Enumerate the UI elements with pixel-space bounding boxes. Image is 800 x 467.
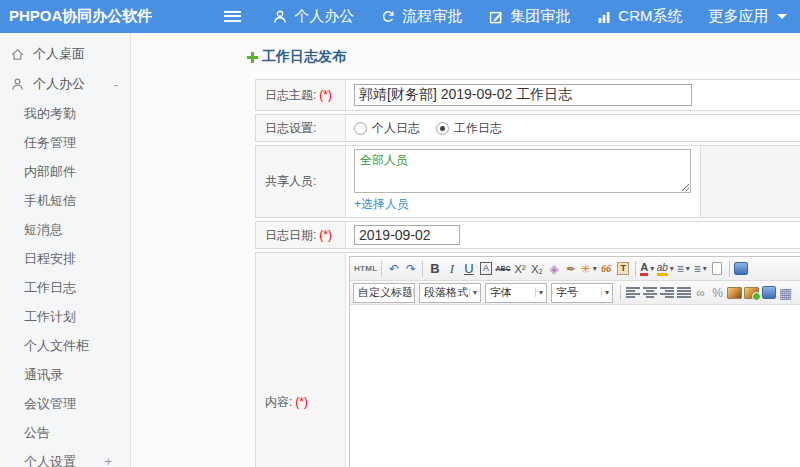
font-color-icon-glyph: A	[640, 262, 648, 276]
user-icon	[272, 9, 288, 25]
collapse-icon[interactable]: -	[114, 77, 118, 92]
toolbar-separator	[620, 285, 621, 301]
nav-item-personal-office[interactable]: 个人办公	[259, 0, 367, 33]
justify-center-icon-glyph	[643, 287, 657, 298]
sidebar-item[interactable]: 内部邮件	[24, 157, 118, 186]
justify-right-icon-glyph	[660, 287, 674, 298]
format-painter-icon-glyph: ✒	[566, 262, 576, 276]
radio-checked-icon[interactable]	[436, 122, 449, 135]
ordered-list-icon-glyph: ≡	[677, 262, 684, 276]
table-icon[interactable]: ▦	[777, 283, 794, 303]
undo-icon[interactable]: ↶	[385, 259, 402, 279]
justify-left-icon[interactable]	[624, 283, 641, 303]
dropdown-caret-icon[interactable]: ▾	[535, 288, 546, 297]
font-family-select[interactable]: 字体▾	[485, 283, 547, 303]
superscript-icon[interactable]: X²	[512, 259, 529, 279]
justify-full-icon[interactable]	[675, 283, 692, 303]
hamburger-menu-icon[interactable]	[224, 11, 241, 23]
sidebar-item-label: 工作计划	[24, 302, 76, 331]
auto-typeset-icon[interactable]: ✳▾	[580, 259, 598, 279]
sidebar-item-label: 日程安排	[24, 244, 76, 273]
image-icon[interactable]	[726, 283, 743, 303]
radio-unchecked-icon[interactable]	[354, 122, 367, 135]
font-frame-icon[interactable]: A	[477, 259, 494, 279]
bold-icon-glyph: B	[430, 261, 439, 276]
dropdown-caret-icon[interactable]: ▾	[686, 264, 690, 273]
editor-content-area[interactable]	[350, 305, 800, 467]
strikethrough-icon[interactable]: ABC	[494, 259, 511, 279]
dropdown-caret-icon[interactable]: ▾	[593, 264, 597, 273]
dropdown-caret-icon[interactable]: ▾	[413, 288, 415, 297]
justify-center-icon[interactable]	[641, 283, 658, 303]
underline-icon[interactable]: U	[460, 259, 477, 279]
sidebar-item[interactable]: 任务管理	[24, 128, 118, 157]
source-button[interactable]: HTML	[353, 259, 378, 279]
log-type-option[interactable]: 工作日志	[436, 120, 502, 137]
nav-item-process-approval[interactable]: 流程审批	[367, 0, 475, 33]
unordered-list-icon[interactable]: ≡▾	[692, 259, 709, 279]
sidebar-item[interactable]: 工作计划	[24, 302, 118, 331]
log-date-input[interactable]	[354, 225, 460, 245]
home-icon	[10, 47, 25, 62]
select-value: 字体	[490, 285, 512, 300]
sidebar-item[interactable]: 个人文件柜	[24, 331, 118, 360]
expand-icon[interactable]: +	[104, 447, 118, 467]
dropdown-caret-icon[interactable]: ▾	[601, 288, 612, 297]
sidebar-item[interactable]: 通讯录	[24, 360, 118, 389]
log-type-option[interactable]: 个人日志	[354, 120, 420, 137]
sidebar-item[interactable]: 个人设置+	[24, 447, 118, 467]
subject-row: 日志主题: (*)	[255, 79, 800, 111]
unlink-icon[interactable]: %	[709, 283, 726, 303]
bold-icon[interactable]: B	[426, 259, 443, 279]
insert-map-icon[interactable]	[733, 259, 750, 279]
sidebar-item[interactable]: 公告	[24, 418, 118, 447]
media-icon[interactable]	[760, 283, 777, 303]
dropdown-caret-icon[interactable]: ▾	[703, 264, 707, 273]
insert-image-icon[interactable]	[743, 283, 760, 303]
nav-item-crm-system[interactable]: CRM系统	[583, 0, 695, 33]
toolbar-separator	[422, 261, 423, 277]
dropdown-caret-icon[interactable]: ▾	[650, 264, 654, 273]
paste-text-icon[interactable]: T	[615, 259, 632, 279]
share-members-textarea[interactable]: 全部人员	[354, 149, 691, 193]
worklog-form: 日志主题: (*) 日志设置: 个人日志工作日志 共享人员: 全部人员	[255, 79, 800, 467]
dropdown-caret-icon[interactable]: ▾	[670, 264, 674, 273]
nav-item-more-apps[interactable]: 更多应用	[696, 0, 800, 33]
dropdown-caret-icon[interactable]: ▾	[469, 288, 480, 297]
subscript-icon[interactable]: X₂	[529, 259, 546, 279]
nav-item-group-approval[interactable]: 集团审批	[475, 0, 583, 33]
sidebar-item-label: 短消息	[24, 215, 63, 244]
new-page-icon[interactable]	[709, 259, 726, 279]
undo-icon-glyph: ↶	[389, 262, 399, 276]
redo-icon[interactable]: ↷	[402, 259, 419, 279]
font-color-icon[interactable]: A▾	[639, 259, 656, 279]
radio-label: 个人日志	[372, 120, 420, 137]
eraser-icon[interactable]: ◈	[546, 259, 563, 279]
bar-chart-icon	[596, 9, 612, 25]
ordered-list-icon[interactable]: ≡▾	[675, 259, 692, 279]
sidebar-item[interactable]: 我的考勤	[24, 99, 118, 128]
sidebar-item-personal-office[interactable]: 个人办公 -	[0, 69, 130, 99]
nav-item-label: 流程审批	[402, 7, 462, 26]
sidebar-item[interactable]: 工作日志	[24, 273, 118, 302]
sidebar-item[interactable]: 会议管理	[24, 389, 118, 418]
blockquote-icon[interactable]: 66	[598, 259, 615, 279]
justify-right-icon[interactable]	[658, 283, 675, 303]
highlight-color-icon[interactable]: ab▾	[656, 259, 675, 279]
select-members-link[interactable]: +选择人员	[354, 196, 409, 213]
sidebar-item[interactable]: 手机短信	[24, 186, 118, 215]
select-value: 段落格式	[424, 285, 468, 300]
table-icon-glyph: ▦	[779, 285, 792, 301]
link-icon[interactable]: ∞	[692, 283, 709, 303]
font-size-select[interactable]: 字号▾	[551, 283, 613, 303]
subject-input[interactable]	[354, 84, 692, 106]
redo-icon-glyph: ↷	[406, 262, 416, 276]
sidebar-item[interactable]: 短消息	[24, 215, 118, 244]
paragraph-format-select[interactable]: 段落格式▾	[419, 283, 481, 303]
italic-icon[interactable]: I	[443, 259, 460, 279]
plus-icon	[247, 52, 258, 63]
format-painter-icon[interactable]: ✒	[563, 259, 580, 279]
sidebar-item[interactable]: 日程安排	[24, 244, 118, 273]
sidebar-item-personal-desktop[interactable]: 个人桌面	[0, 39, 130, 69]
custom-title-select[interactable]: 自定义标题▾	[353, 283, 415, 303]
